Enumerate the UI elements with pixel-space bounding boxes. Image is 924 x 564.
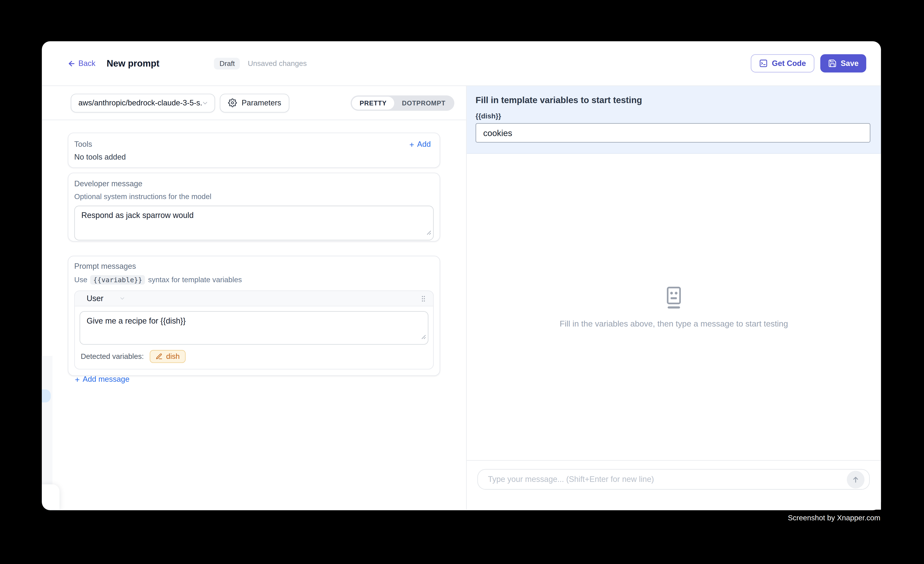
app-window: Back New prompt Draft Unsaved changes Ge… bbox=[42, 41, 881, 510]
prompt-messages-section: Prompt messages Use {{variable}} syntax … bbox=[68, 256, 440, 376]
role-selector[interactable]: User bbox=[87, 294, 125, 303]
model-selector[interactable]: aws/anthropic/bedrock-claude-3-5-s... bbox=[71, 93, 215, 112]
variable-value-input[interactable] bbox=[476, 123, 870, 142]
save-icon bbox=[828, 59, 837, 68]
chat-composer bbox=[466, 460, 881, 510]
add-message-button[interactable]: + Add message bbox=[75, 375, 434, 384]
chat-message-input[interactable] bbox=[478, 475, 869, 484]
get-code-button[interactable]: Get Code bbox=[751, 54, 814, 72]
sidebar-active-item-highlight bbox=[42, 390, 51, 402]
plus-icon: + bbox=[409, 140, 414, 148]
plus-icon: + bbox=[75, 375, 80, 383]
chevron-down-icon bbox=[118, 295, 125, 302]
toggle-pretty[interactable]: PRETTY bbox=[352, 96, 394, 110]
send-button[interactable] bbox=[847, 471, 864, 488]
message-body: Give me a recipe for {{dish}} Detected v… bbox=[75, 306, 433, 369]
prompt-editor-panel: aws/anthropic/bedrock-claude-3-5-s... Pa… bbox=[42, 86, 466, 510]
edge-popover-fragment bbox=[42, 484, 59, 510]
header-actions: Get Code Save bbox=[751, 54, 866, 72]
prompt-messages-subtitle: Use {{variable}} syntax for template var… bbox=[74, 275, 434, 285]
get-code-label: Get Code bbox=[772, 59, 806, 68]
variable-chip-label: dish bbox=[166, 352, 180, 360]
prompt-messages-title: Prompt messages bbox=[74, 262, 434, 270]
robot-face-icon bbox=[666, 286, 681, 309]
unsaved-changes-note: Unsaved changes bbox=[248, 59, 307, 68]
message-header: User bbox=[75, 291, 433, 306]
subtitle-suffix: syntax for template variables bbox=[148, 276, 242, 284]
subtitle-prefix: Use bbox=[74, 276, 87, 284]
page-title: New prompt bbox=[106, 58, 159, 69]
terminal-icon bbox=[759, 59, 768, 68]
editor-content: Tools + Add No tools added Developer mes… bbox=[42, 120, 466, 376]
detected-variables-label: Detected variables: bbox=[81, 352, 144, 360]
tools-empty-text: No tools added bbox=[74, 153, 431, 162]
developer-message-title: Developer message bbox=[74, 179, 434, 188]
template-variables-section: Fill in template variables to start test… bbox=[466, 86, 881, 154]
model-selector-value: aws/anthropic/bedrock-claude-3-5-s... bbox=[78, 99, 201, 107]
add-tool-button[interactable]: + Add bbox=[409, 140, 431, 148]
app-header: Back New prompt Draft Unsaved changes Ge… bbox=[42, 41, 881, 86]
save-button[interactable]: Save bbox=[820, 54, 866, 72]
test-panel: Fill in template variables to start test… bbox=[466, 86, 881, 510]
parameters-button[interactable]: Parameters bbox=[220, 93, 290, 112]
template-variables-title: Fill in template variables to start test… bbox=[476, 95, 870, 105]
role-label: User bbox=[87, 294, 104, 303]
collapsed-sidebar-strip bbox=[42, 356, 52, 484]
pencil-icon bbox=[156, 353, 163, 360]
chevron-down-icon bbox=[202, 99, 209, 106]
arrow-up-icon bbox=[852, 476, 860, 484]
back-label: Back bbox=[78, 59, 95, 68]
add-message-label: Add message bbox=[82, 375, 129, 384]
editor-toolbar: aws/anthropic/bedrock-claude-3-5-s... Pa… bbox=[42, 86, 466, 120]
add-tool-label: Add bbox=[417, 140, 431, 148]
drag-handle-icon[interactable] bbox=[420, 294, 427, 303]
back-arrow-icon bbox=[67, 59, 75, 68]
screenshot-stage: Back New prompt Draft Unsaved changes Ge… bbox=[0, 0, 924, 564]
parameters-label: Parameters bbox=[242, 99, 281, 107]
main-split: aws/anthropic/bedrock-claude-3-5-s... Pa… bbox=[42, 86, 881, 510]
chat-input-box bbox=[477, 469, 870, 490]
watermark: Screenshot by Xnapper.com bbox=[788, 514, 880, 522]
developer-message-section: Developer message Optional system instru… bbox=[68, 172, 440, 242]
developer-message-subtitle: Optional system instructions for the mod… bbox=[74, 193, 434, 201]
format-toggle: PRETTY DOTPROMPT bbox=[351, 95, 454, 111]
chat-empty-text: Fill in the variables above, then type a… bbox=[560, 318, 788, 328]
variable-name-label: {{dish}} bbox=[476, 112, 870, 120]
message-textarea[interactable]: Give me a recipe for {{dish}} bbox=[80, 311, 428, 345]
variable-chip-dish[interactable]: dish bbox=[150, 350, 186, 363]
chat-empty-state: Fill in the variables above, then type a… bbox=[466, 154, 881, 460]
save-label: Save bbox=[841, 59, 858, 68]
tools-title: Tools bbox=[74, 140, 92, 148]
developer-message-textarea[interactable]: Respond as jack sparrow would bbox=[74, 206, 434, 240]
variable-syntax-chip: {{variable}} bbox=[90, 275, 145, 285]
status-badge: Draft bbox=[214, 57, 240, 69]
gear-icon bbox=[228, 99, 237, 107]
toggle-dotprompt[interactable]: DOTPROMPT bbox=[394, 96, 453, 110]
message-block: User G bbox=[74, 290, 434, 369]
back-button[interactable]: Back bbox=[67, 59, 95, 68]
detected-variables-row: Detected variables: dish bbox=[80, 350, 428, 364]
tools-section: Tools + Add No tools added bbox=[68, 132, 440, 168]
